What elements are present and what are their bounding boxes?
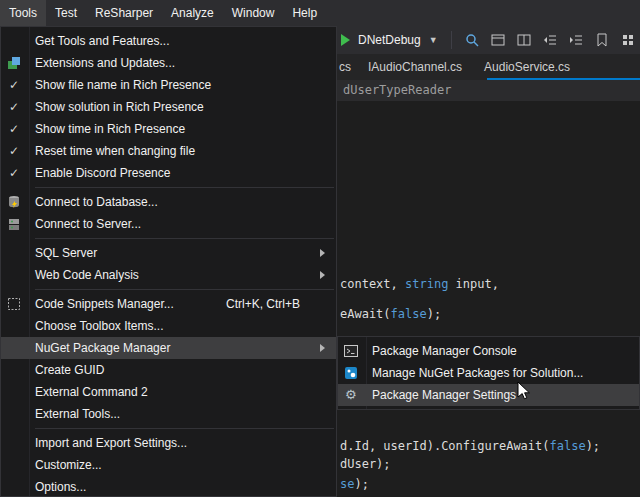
menu-item-choose-toolbox-items[interactable]: Choose Toolbox Items... — [1, 315, 336, 337]
menu-separator — [35, 428, 334, 429]
indent-icon[interactable] — [565, 29, 587, 51]
menu-item-get-tools-and-features[interactable]: Get Tools and Features... — [1, 30, 336, 52]
menu-item-show-file-name-rich-presence[interactable]: ✓Show file name in Rich Presence — [1, 74, 336, 96]
tab-audioservice[interactable]: AudioService.cs — [473, 54, 581, 80]
menu-item-label: Show time in Rich Presence — [35, 122, 185, 136]
menu-item-label: Show file name in Rich Presence — [35, 78, 211, 92]
check-icon: ✓ — [9, 162, 19, 184]
menu-item-connect-to-server[interactable]: Connect to Server... — [1, 213, 336, 235]
menu-item-label: Create GUID — [35, 363, 104, 377]
menu-item-code-snippets-manager[interactable]: Code Snippets Manager... Ctrl+K, Ctrl+B — [1, 293, 336, 315]
menu-item-show-time-rich-presence[interactable]: ✓Show time in Rich Presence — [1, 118, 336, 140]
visual-studio-window: Tools Test ReSharper Analyze Window Help… — [0, 0, 640, 497]
menu-window[interactable]: Window — [223, 0, 284, 26]
menu-item-label: Reset time when changing file — [35, 144, 195, 158]
menu-item-show-solution-rich-presence[interactable]: ✓Show solution in Rich Presence — [1, 96, 336, 118]
menu-item-label: NuGet Package Manager — [35, 341, 170, 355]
menu-tools[interactable]: Tools — [0, 0, 46, 26]
menu-item-shortcut: Ctrl+K, Ctrl+B — [226, 293, 300, 315]
menu-item-label: Package Manager Settings — [372, 388, 516, 402]
menu-separator — [35, 238, 334, 239]
menu-item-package-manager-settings[interactable]: ⚙ Package Manager Settings — [338, 384, 639, 406]
menu-item-reset-time-changing-file[interactable]: ✓Reset time when changing file — [1, 140, 336, 162]
menu-item-label: Connect to Database... — [35, 195, 158, 209]
grid-icon[interactable] — [617, 29, 639, 51]
menu-item-label: External Command 2 — [35, 385, 148, 399]
menu-item-web-code-analysis[interactable]: Web Code Analysis — [1, 264, 336, 286]
code-line: context, string input, — [340, 276, 499, 292]
menu-item-label: Connect to Server... — [35, 217, 141, 231]
bookmark-icon[interactable] — [591, 29, 613, 51]
menu-resharper[interactable]: ReSharper — [86, 0, 162, 26]
menu-item-enable-discord-presence[interactable]: ✓Enable Discord Presence — [1, 162, 336, 184]
menu-item-external-tools[interactable]: External Tools... — [1, 403, 336, 425]
menu-test[interactable]: Test — [46, 0, 86, 26]
chevron-right-icon — [320, 249, 325, 257]
nuget-submenu: Package Manager Console Manage NuGet Pac… — [337, 336, 640, 410]
menu-item-label: Show solution in Rich Presence — [35, 100, 204, 114]
menu-analyze[interactable]: Analyze — [162, 0, 223, 26]
chevron-right-icon — [320, 344, 325, 352]
magnifier-icon[interactable] — [461, 29, 483, 51]
menu-item-label: Manage NuGet Packages for Solution... — [372, 366, 583, 380]
menu-separator — [35, 289, 334, 290]
tab-iaudiochannel[interactable]: IAudioChannel.cs — [357, 54, 473, 80]
toolbar-separator — [451, 31, 452, 49]
menu-item-import-export-settings[interactable]: Import and Export Settings... — [1, 432, 336, 454]
check-icon: ✓ — [9, 140, 19, 162]
code-line: se); — [340, 476, 369, 492]
menu-item-sql-server[interactable]: SQL Server — [1, 242, 336, 264]
menu-item-package-manager-console[interactable]: Package Manager Console — [338, 340, 639, 362]
start-debug-icon[interactable] — [341, 34, 350, 46]
menu-item-label: External Tools... — [35, 407, 120, 421]
menu-item-label: Options... — [35, 480, 86, 494]
menu-item-customize[interactable]: Customize... — [1, 454, 336, 476]
menu-item-label: SQL Server — [35, 246, 97, 260]
tab-partial[interactable]: cs — [337, 54, 357, 80]
menu-item-options[interactable]: Options... — [1, 476, 336, 497]
mouse-cursor — [517, 381, 531, 404]
pane-icon[interactable] — [487, 29, 509, 51]
server-icon — [6, 216, 22, 239]
menu-item-label: Customize... — [35, 458, 102, 472]
menu-item-extensions-and-updates[interactable]: Extensions and Updates... — [1, 52, 336, 74]
menubar: Tools Test ReSharper Analyze Window Help — [0, 0, 640, 26]
menu-item-manage-nuget-packages-solution[interactable]: Manage NuGet Packages for Solution... — [338, 362, 639, 384]
menu-help[interactable]: Help — [283, 0, 326, 26]
menu-separator — [35, 187, 334, 188]
check-icon: ✓ — [9, 118, 19, 140]
menu-item-label: Web Code Analysis — [35, 268, 139, 282]
menu-item-connect-to-database[interactable]: Connect to Database... — [1, 191, 336, 213]
menu-item-label: Choose Toolbox Items... — [35, 319, 164, 333]
gear-icon: ⚙ — [345, 384, 357, 406]
split-pane-icon[interactable] — [513, 29, 535, 51]
menu-item-label: Package Manager Console — [372, 344, 517, 358]
tools-dropdown-menu: Get Tools and Features... Extensions and… — [0, 26, 337, 497]
debug-target-label[interactable]: DNetDebug — [358, 33, 421, 47]
menu-item-create-guid[interactable]: Create GUID — [1, 359, 336, 381]
menu-item-label: Extensions and Updates... — [35, 56, 175, 70]
menu-item-external-command-2[interactable]: External Command 2 — [1, 381, 336, 403]
check-icon: ✓ — [9, 96, 19, 118]
check-icon: ✓ — [9, 74, 19, 96]
menu-item-label: Enable Discord Presence — [35, 166, 170, 180]
chevron-right-icon — [320, 271, 325, 279]
chevron-down-icon[interactable]: ▼ — [425, 35, 442, 45]
code-line: d.Id, userId).ConfigureAwait(false); — [340, 438, 600, 454]
navigation-type-label: dUserTypeReader — [343, 83, 451, 97]
menu-item-label: Code Snippets Manager... — [35, 297, 174, 311]
active-tab-indicator — [487, 78, 640, 80]
outdent-icon[interactable] — [539, 29, 561, 51]
code-line: dUser); — [340, 456, 391, 472]
code-line: eAwait(false); — [340, 306, 441, 322]
menu-item-label: Import and Export Settings... — [35, 436, 187, 450]
menu-item-label: Get Tools and Features... — [35, 34, 170, 48]
menu-item-nuget-package-manager[interactable]: NuGet Package Manager — [1, 337, 336, 359]
